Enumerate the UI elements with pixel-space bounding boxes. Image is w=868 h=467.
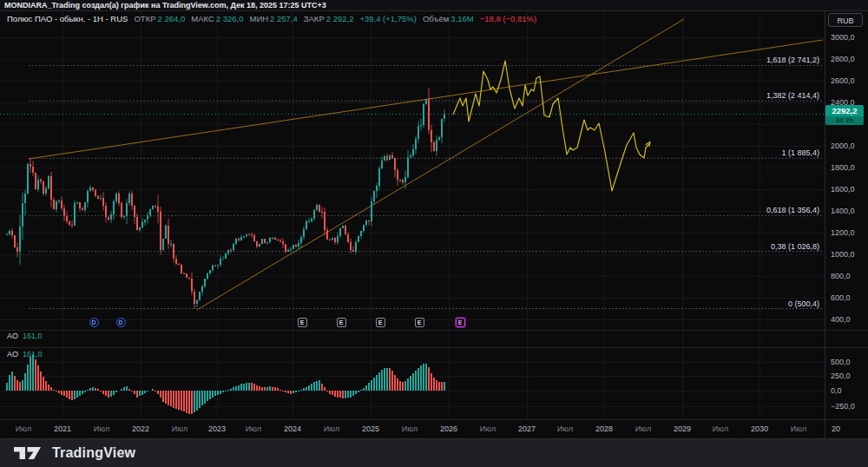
candle-body (118, 194, 120, 203)
dividend-marker[interactable]: D (116, 318, 126, 327)
ao-bar (358, 391, 359, 392)
ao-bar (233, 387, 234, 391)
ao-pane-2-legend[interactable]: AO161,0 (7, 350, 43, 358)
bar-countdown: 3d 2h (825, 116, 864, 125)
candle-body (113, 201, 115, 214)
ao-bar (74, 391, 76, 399)
last-price-badge[interactable]: 2292,2 3d 2h (825, 105, 864, 125)
candle-body (313, 210, 315, 219)
candle-body (79, 202, 81, 208)
candle-body (105, 206, 107, 217)
legend-high: МАКС 2 326,0 (191, 14, 243, 23)
trend-line (197, 19, 684, 310)
ao-bar (35, 359, 36, 391)
candle-body (155, 206, 156, 207)
candle-body (399, 180, 401, 181)
ao-bar (384, 368, 385, 391)
legend-change: +39,4 (+1,75%) (359, 14, 417, 23)
candle-body (279, 240, 281, 241)
chart-canvas[interactable] (0, 0, 868, 438)
candle-body (141, 222, 143, 227)
dividend-marker[interactable]: D (89, 318, 99, 327)
candle-body (58, 201, 60, 201)
price-axis-label: 2000,0 (831, 141, 855, 150)
candle-body (264, 239, 266, 242)
ao-bar (394, 375, 396, 391)
ao-pane-1-legend[interactable]: AO161,0 (7, 332, 43, 340)
ao-bar (186, 391, 187, 413)
ao-bar (207, 391, 208, 401)
ao-bar (407, 378, 409, 391)
candle-body (152, 206, 154, 209)
ao-bar (303, 388, 305, 391)
ao-bar (428, 367, 430, 391)
ao-bar (404, 381, 406, 391)
upcoming-earnings-marker[interactable]: E (456, 318, 465, 327)
candle-body (404, 177, 406, 182)
candle-body (110, 214, 112, 220)
ao-bar (121, 389, 122, 391)
candle-body (345, 226, 346, 234)
candle-body (97, 196, 99, 199)
candle-body (204, 279, 206, 286)
candle-body (311, 219, 312, 221)
ao-bar (165, 391, 167, 404)
tradingview-logo-icon[interactable] (14, 445, 43, 461)
ao-bar (347, 391, 349, 398)
candle-body (66, 216, 68, 222)
ao-bar (134, 391, 135, 394)
candle-body (352, 250, 354, 251)
ao-bar (363, 388, 365, 391)
symbol-legend[interactable]: Полюс ПАО - обыкн. - 1Н - RUS ОТКР 2 264… (7, 14, 536, 23)
candle-body (183, 273, 185, 274)
candle-body (30, 164, 31, 166)
ao-bar (50, 387, 52, 391)
symbol-title[interactable]: Полюс ПАО - обыкн. - 1Н - RUS (7, 14, 128, 23)
ao-bar (136, 391, 138, 398)
candle-body (139, 227, 141, 230)
candle-body (144, 220, 146, 222)
ao-bar (204, 391, 206, 404)
ao-bar (412, 373, 414, 391)
candle-body (100, 198, 102, 200)
ao-bar (240, 384, 242, 391)
candle-body (50, 176, 52, 201)
candle-body (115, 194, 117, 202)
time-axis-label: Июл (635, 424, 651, 433)
candle-body (339, 228, 341, 237)
candle-body (69, 221, 70, 225)
candle-body (71, 225, 73, 226)
candle-body (37, 180, 39, 189)
ao-bar (431, 373, 432, 391)
candle-body (436, 140, 437, 151)
candle-body (82, 208, 83, 210)
legend-volume: Объём 3,16M (423, 14, 474, 23)
candle-body (14, 235, 16, 247)
ao-bar (355, 391, 357, 394)
ao-bar (22, 380, 23, 391)
ao-bar (56, 391, 57, 391)
candle-body (209, 270, 211, 273)
time-axis-label: 2024 (284, 424, 301, 433)
ao-bar (399, 381, 401, 391)
time-axis-label: Июл (246, 424, 261, 433)
ao-bar (306, 387, 307, 391)
price-axis-label: 400,0 (831, 315, 851, 324)
earnings-marker[interactable]: E (298, 318, 307, 327)
ao-bar (87, 390, 89, 391)
ao-bar (381, 370, 383, 391)
ao-bar (102, 391, 104, 394)
ao-bar (76, 391, 78, 398)
candle-body (243, 236, 245, 237)
candle-body (95, 190, 96, 196)
ao-bar (95, 388, 96, 391)
earnings-marker[interactable]: E (376, 318, 385, 327)
earnings-marker[interactable]: E (337, 318, 346, 327)
candle-body (149, 209, 151, 215)
ao-bar (423, 364, 424, 391)
earnings-marker[interactable]: E (415, 318, 424, 327)
candle-body (347, 234, 349, 241)
currency-toggle-button[interactable]: RUB (828, 13, 863, 27)
tradingview-brand-text[interactable]: TradingView (52, 445, 135, 461)
ao-bar (410, 376, 411, 391)
